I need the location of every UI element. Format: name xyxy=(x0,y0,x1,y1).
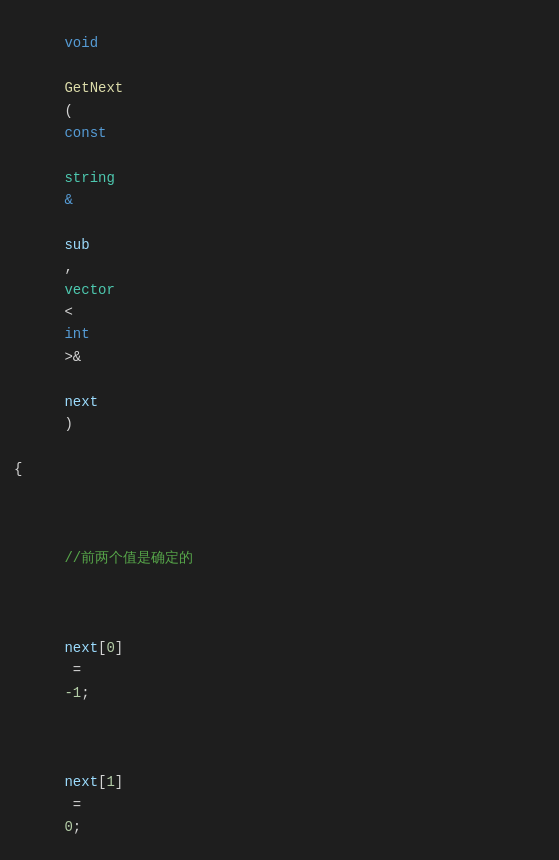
vector-type: vector xyxy=(64,282,114,298)
void-keyword: void xyxy=(64,35,98,51)
code-container: void GetNext ( const string & sub , vect… xyxy=(0,0,559,860)
sub-param: sub xyxy=(64,237,89,253)
string-type: string xyxy=(64,170,114,186)
blank-1 xyxy=(10,480,559,502)
open-brace-1: { xyxy=(10,458,559,480)
function-name: GetNext xyxy=(64,80,123,96)
next0-line: next[0] = -1; xyxy=(10,592,559,726)
comment-1-text: //前两个值是确定的 xyxy=(64,550,193,566)
comment-line-1: //前两个值是确定的 xyxy=(10,503,559,593)
const-keyword: const xyxy=(64,125,106,141)
next1-line: next[1] = 0; xyxy=(10,727,559,861)
signature-line: void GetNext ( const string & sub , vect… xyxy=(10,10,559,458)
next-param: next xyxy=(64,394,98,410)
int-keyword-1: int xyxy=(64,326,89,342)
